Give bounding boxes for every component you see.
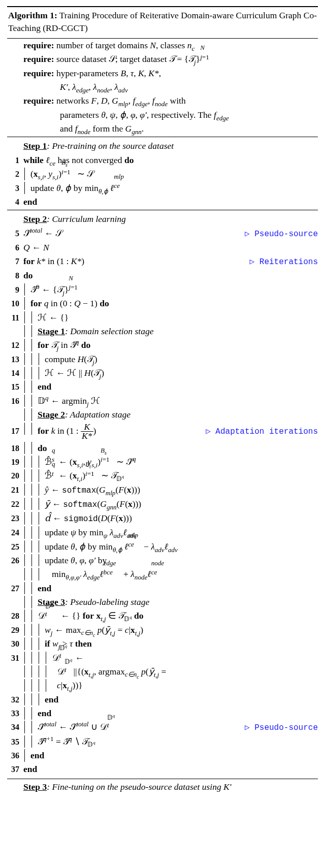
line-26b: minθ,φ,φ′ λedgeℓedgebcexxxx + λnodeℓnode… <box>7 567 318 581</box>
algorithm-block: Algorithm 1: Training Procedure of Reite… <box>7 6 318 794</box>
comment-pseudo-source: ▷ Pseudo-source <box>245 229 318 240</box>
line-7: 7 for k* in (1 : K*)▷ Reiterations <box>7 254 318 269</box>
line-6: 6 Q ← N <box>7 241 318 254</box>
line-24: 24 update ψ by minψ λadvℓadv <box>7 526 318 539</box>
line-10: 10 for q in (0 : Q − 1) do <box>7 297 318 310</box>
line-2: 2 (xs,i, ys,i)Bsi=1xxx ∼ 𝒮 <box>7 167 318 181</box>
stage-1-header: Stage 1: Domain selection stage <box>7 325 318 338</box>
line-37: 37 end <box>7 762 318 776</box>
algorithm-body: require: number of target domains N, cla… <box>7 39 318 794</box>
require-4a: require: networks F, D, Gmlp, fedge, fno… <box>7 94 318 108</box>
line-12: 12 for 𝒯j in 𝒯̂q do <box>7 338 318 352</box>
line-17: 17 for k in (1 : KK*)▷ Adaptation iterat… <box>7 422 318 441</box>
require-2: require: source dataset 𝒮; target datase… <box>7 52 318 66</box>
line-34: 34 𝒮̂total ← 𝒮̂total ∪ 𝒟𝔻qt▷ Pseudo-sour… <box>7 720 318 734</box>
line-4: 4 end <box>7 195 318 209</box>
algorithm-label: Algorithm 1: <box>8 10 57 20</box>
comment-reiterations: ▷ Reiterations <box>250 256 318 268</box>
line-31a: 31 𝒟𝔻qtxxx ← <box>7 651 318 665</box>
require-1: require: number of target domains N, cla… <box>7 39 318 52</box>
line-25: 25 update θ, ϕ by minθ,ϕ ℓmlpcexxx − λad… <box>7 540 318 554</box>
line-31b: 𝒟𝔻qtxx||{(xt,j, argmaxc∈nc p(ȳt,j = <box>7 665 318 679</box>
stage-2-header: Stage 2: Adaptation stage <box>7 408 318 422</box>
line-32: 32 end <box>7 693 318 706</box>
require-3a: require: hyper-parameters B, τ, K, K*, <box>7 67 318 80</box>
require-4c: and fnode form the Ggnn. <box>7 122 318 136</box>
line-31c: c|xt,j))} <box>7 679 318 692</box>
line-30: 30 if wj > τ then <box>7 637 318 651</box>
line-9: 9 𝒯̂0 ← {𝒯j}Nj=1 <box>7 283 318 297</box>
line-20: 20 ℬ̂qtx ← (xt,i)Bti=1xxx ∼ 𝒯𝔻q <box>7 469 318 483</box>
line-3: 3 update θ, ϕ by minθ,ϕ ℓmlpce <box>7 181 318 195</box>
comment-pseudo-source-2: ▷ Pseudo-source <box>245 722 318 734</box>
line-11: 11 ℋ ← {} <box>7 311 318 325</box>
line-16: 16 𝔻q ← argminj ℋ <box>7 394 318 408</box>
line-33: 33 end <box>7 706 318 720</box>
line-15: 15 end <box>7 380 318 394</box>
step-2-header: Step 2: Curriculum learning <box>7 212 318 226</box>
line-21: 21 ŷ ← softmax(Gmlp(F(x))) <box>7 483 318 497</box>
line-28: 28 𝒟𝔻qtxxx ← {} for xt,j ∈ 𝒯𝔻q do <box>7 609 318 623</box>
line-8: 8 do <box>7 269 318 282</box>
line-1: 1 while ℓce has not converged do <box>7 153 318 167</box>
algorithm-title-row: Algorithm 1: Training Procedure of Reite… <box>7 6 318 39</box>
line-5: 5 𝒮̂total ← 𝒮▷ Pseudo-source <box>7 227 318 241</box>
stage-3-header: Stage 3: Pseudo-labeling stage <box>7 595 318 609</box>
line-22: 22 ȳ ← softmax(Ggnn(F(x))) <box>7 497 318 511</box>
line-35: 35 𝒯̂q+1 = 𝒯̂q ∖ 𝒯𝔻q <box>7 735 318 749</box>
line-14: 14 ℋ ← ℋ || H(𝒯j) <box>7 366 318 380</box>
require-4b: parameters θ, ψ, ϕ, φ, φ′, respectively.… <box>7 108 318 122</box>
step-1-header: Step 1: Pre-training on the source datas… <box>7 139 318 153</box>
line-23: 23 d̂ ← sigmoid(D(F(x))) <box>7 511 318 526</box>
line-36: 36 end <box>7 749 318 762</box>
comment-adapt-iters: ▷ Adaptation iterations <box>206 426 318 438</box>
line-29: 29 wj ← maxc∈nc p(ȳt,j = c|xt,j) <box>7 623 318 637</box>
step-3-header: Step 3: Fine-tuning on the pseudo-source… <box>7 780 318 794</box>
require-3b: K′, λedge, λnode, λadv <box>7 80 318 94</box>
line-13: 13 compute H(𝒯j) <box>7 352 318 366</box>
line-27: 27 end <box>7 582 318 595</box>
